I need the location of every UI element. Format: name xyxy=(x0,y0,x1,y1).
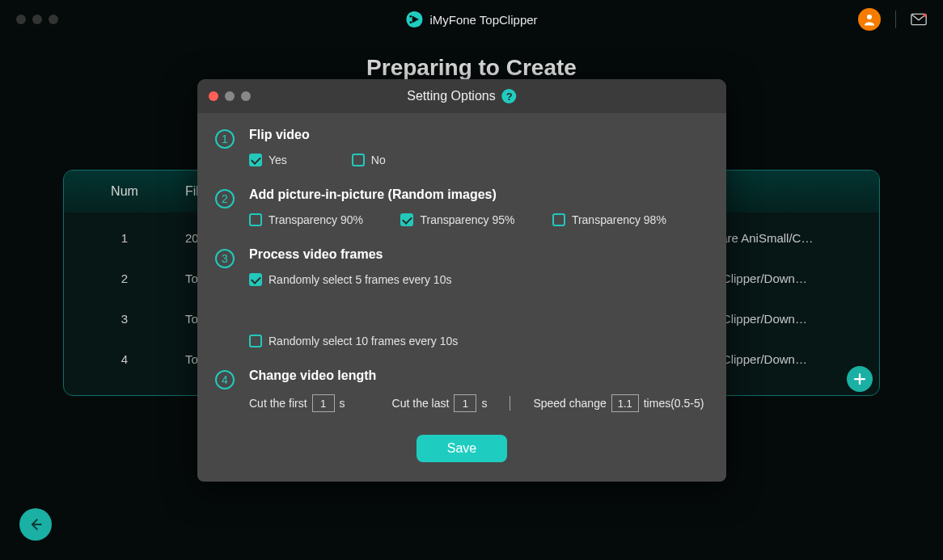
save-button[interactable]: Save xyxy=(417,435,507,462)
checkbox-label: Transparency 90% xyxy=(269,213,363,226)
section-flip-video: 1 Flip video Yes No xyxy=(215,128,708,179)
speed-label: Speed change xyxy=(533,397,606,410)
section-heading: Change video length xyxy=(249,368,708,383)
col-header-num: Num xyxy=(80,184,169,199)
checkbox-transparency-95[interactable]: Transparency 95% xyxy=(400,213,552,226)
svg-point-2 xyxy=(409,15,412,18)
checkbox-label: Transparency 98% xyxy=(572,213,666,226)
help-icon[interactable]: ? xyxy=(502,89,517,103)
dialog-title-text: Setting Options xyxy=(407,89,495,103)
svg-point-3 xyxy=(409,21,412,23)
checkbox-transparency-90[interactable]: Transparency 90% xyxy=(249,213,400,226)
plus-icon xyxy=(852,372,867,386)
cell-num: 3 xyxy=(80,312,169,326)
dialog-close-dot[interactable] xyxy=(209,91,218,101)
checkbox-icon xyxy=(249,335,262,347)
svg-point-4 xyxy=(867,15,872,19)
unit-s: s xyxy=(340,397,345,410)
unit-s: s xyxy=(481,397,487,410)
speed-input[interactable] xyxy=(611,394,639,412)
step-number: 1 xyxy=(215,129,235,149)
cut-last-group: Cut the last s xyxy=(392,394,488,412)
section-length: 4 Change video length Cut the first s Cu… xyxy=(215,368,708,427)
speed-group: Speed change times(0.5-5) xyxy=(533,394,704,412)
checkbox-label: No xyxy=(371,154,386,166)
mail-icon[interactable] xyxy=(911,13,927,26)
step-number: 3 xyxy=(215,249,235,268)
main-window: iMyFone TopClipper Preparing to Create N… xyxy=(0,0,943,560)
step-number: 4 xyxy=(215,370,235,389)
cut-first-label: Cut the first xyxy=(249,397,307,410)
app-title-text: iMyFone TopClipper xyxy=(429,13,537,27)
dialog-titlebar: Setting Options ? xyxy=(197,79,726,113)
user-avatar[interactable] xyxy=(858,8,881,31)
dialog-window-controls xyxy=(209,91,251,101)
cell-num: 1 xyxy=(80,231,169,245)
checkbox-label: Yes xyxy=(269,154,287,166)
user-icon xyxy=(862,12,877,27)
titlebar-divider xyxy=(895,11,896,28)
minimize-dot[interactable] xyxy=(32,15,42,24)
main-titlebar: iMyFone TopClipper xyxy=(0,0,943,39)
section-heading: Add picture-in-picture (Random images) xyxy=(249,187,708,202)
checkbox-frames-10[interactable]: Randomly select 10 frames every 10s xyxy=(249,335,458,347)
page-heading: Preparing to Create xyxy=(32,55,911,81)
back-button[interactable] xyxy=(19,508,52,541)
checkbox-label: Randomly select 5 frames every 10s xyxy=(269,273,451,286)
section-heading: Process video frames xyxy=(249,247,708,262)
checkbox-yes[interactable]: Yes xyxy=(249,154,287,166)
checkbox-icon xyxy=(249,213,262,226)
settings-dialog: Setting Options ? 1 Flip video Yes xyxy=(197,79,726,482)
checkbox-label: Randomly select 10 frames every 10s xyxy=(269,335,458,347)
app-title: iMyFone TopClipper xyxy=(405,11,537,28)
cut-first-group: Cut the first s xyxy=(249,394,345,412)
section-frames: 3 Process video frames Randomly select 5… xyxy=(215,247,708,360)
times-label: times(0.5-5) xyxy=(644,397,704,410)
dialog-body: 1 Flip video Yes No xyxy=(197,113,726,482)
vertical-separator xyxy=(510,396,510,411)
cut-first-input[interactable] xyxy=(312,394,335,412)
step-number: 2 xyxy=(215,189,235,208)
cut-last-label: Cut the last xyxy=(392,397,450,410)
checkbox-icon xyxy=(400,213,413,226)
checkbox-no[interactable]: No xyxy=(352,154,386,166)
dialog-maximize-dot[interactable] xyxy=(241,91,251,101)
dialog-minimize-dot[interactable] xyxy=(225,91,235,101)
cell-num: 2 xyxy=(80,272,169,285)
add-button[interactable] xyxy=(847,366,873,392)
arrow-left-icon xyxy=(27,516,44,533)
window-controls xyxy=(16,15,58,24)
titlebar-right xyxy=(858,8,927,31)
cell-num: 4 xyxy=(80,352,169,366)
maximize-dot[interactable] xyxy=(49,15,58,24)
checkbox-icon xyxy=(249,154,262,166)
svg-point-6 xyxy=(923,14,926,17)
checkbox-transparency-98[interactable]: Transparency 98% xyxy=(552,213,704,226)
checkbox-icon xyxy=(249,273,262,286)
cut-last-input[interactable] xyxy=(454,394,476,412)
checkbox-icon xyxy=(352,154,365,166)
app-logo-icon xyxy=(405,11,423,28)
checkbox-frames-5[interactable]: Randomly select 5 frames every 10s xyxy=(249,273,451,286)
section-pip: 2 Add picture-in-picture (Random images)… xyxy=(215,187,708,239)
close-dot[interactable] xyxy=(16,15,26,24)
checkbox-label: Transparency 95% xyxy=(420,213,514,226)
dialog-title: Setting Options ? xyxy=(407,89,516,103)
checkbox-icon xyxy=(552,213,565,226)
section-heading: Flip video xyxy=(249,128,708,142)
